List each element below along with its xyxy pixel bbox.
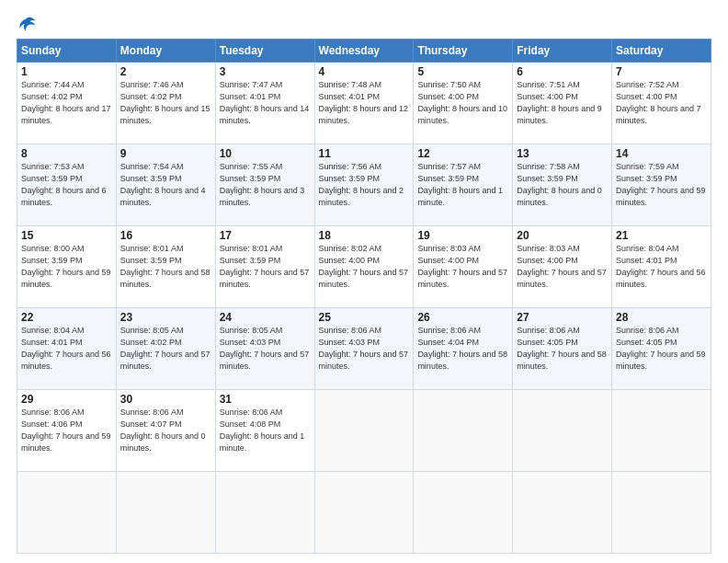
day-cell: 6Sunrise: 7:51 AMSunset: 4:00 PMDaylight… [513, 63, 612, 144]
calendar-row: 1Sunrise: 7:44 AMSunset: 4:02 PMDaylight… [17, 63, 711, 144]
day-cell: 18Sunrise: 8:02 AMSunset: 4:00 PMDayligh… [314, 226, 414, 308]
day-number: 26 [417, 311, 508, 324]
day-cell: 28Sunrise: 8:06 AMSunset: 4:05 PMDayligh… [612, 308, 711, 390]
empty-cell [314, 390, 414, 472]
day-info: Sunrise: 7:59 AMSunset: 3:59 PMDaylight:… [616, 162, 706, 207]
day-number: 7 [616, 65, 707, 78]
day-cell: 2Sunrise: 7:46 AMSunset: 4:02 PMDaylight… [116, 63, 215, 144]
day-cell: 8Sunrise: 7:53 AMSunset: 3:59 PMDaylight… [17, 144, 117, 226]
day-info: Sunrise: 7:53 AMSunset: 3:59 PMDaylight:… [21, 162, 107, 207]
day-number: 29 [21, 393, 112, 406]
day-number: 20 [517, 229, 608, 242]
day-info: Sunrise: 7:50 AMSunset: 4:00 PMDaylight:… [417, 80, 507, 125]
day-info: Sunrise: 7:57 AMSunset: 3:59 PMDaylight:… [417, 162, 503, 207]
day-info: Sunrise: 7:52 AMSunset: 4:00 PMDaylight:… [616, 80, 701, 125]
calendar-row: 8Sunrise: 7:53 AMSunset: 3:59 PMDaylight… [17, 144, 711, 226]
logo [17, 15, 37, 29]
day-cell: 27Sunrise: 8:06 AMSunset: 4:05 PMDayligh… [513, 308, 612, 390]
day-info: Sunrise: 8:06 AMSunset: 4:03 PMDaylight:… [319, 326, 409, 371]
day-cell: 1Sunrise: 7:44 AMSunset: 4:02 PMDaylight… [17, 63, 117, 144]
day-number: 21 [616, 229, 707, 242]
day-number: 12 [417, 147, 508, 160]
day-number: 25 [319, 311, 410, 324]
day-cell: 24Sunrise: 8:05 AMSunset: 4:03 PMDayligh… [215, 308, 314, 390]
day-of-week-header: Tuesday [215, 40, 314, 63]
empty-cell [414, 390, 513, 472]
day-of-week-header: Sunday [17, 40, 117, 63]
calendar-row: 29Sunrise: 8:06 AMSunset: 4:06 PMDayligh… [17, 390, 711, 472]
day-cell: 9Sunrise: 7:54 AMSunset: 3:59 PMDaylight… [116, 144, 215, 226]
day-number: 11 [319, 147, 410, 160]
day-number: 18 [319, 229, 410, 242]
day-info: Sunrise: 7:55 AMSunset: 3:59 PMDaylight:… [220, 162, 305, 207]
day-info: Sunrise: 7:56 AMSunset: 3:59 PMDaylight:… [319, 162, 404, 207]
day-info: Sunrise: 8:03 AMSunset: 4:00 PMDaylight:… [417, 244, 507, 289]
day-cell: 4Sunrise: 7:48 AMSunset: 4:01 PMDaylight… [314, 63, 414, 144]
empty-cell [414, 472, 513, 554]
calendar-page: SundayMondayTuesdayWednesdayThursdayFrid… [0, 0, 728, 563]
calendar-table: SundayMondayTuesdayWednesdayThursdayFrid… [17, 39, 711, 554]
day-info: Sunrise: 7:51 AMSunset: 4:00 PMDaylight:… [517, 80, 602, 125]
day-number: 16 [120, 229, 211, 242]
day-info: Sunrise: 8:02 AMSunset: 4:00 PMDaylight:… [319, 244, 409, 289]
day-cell: 16Sunrise: 8:01 AMSunset: 3:59 PMDayligh… [116, 226, 215, 308]
day-cell: 29Sunrise: 8:06 AMSunset: 4:06 PMDayligh… [17, 390, 117, 472]
day-number: 27 [517, 311, 608, 324]
day-number: 4 [319, 65, 410, 78]
day-info: Sunrise: 8:06 AMSunset: 4:04 PMDaylight:… [417, 326, 507, 371]
day-number: 30 [120, 393, 211, 406]
empty-cell [17, 472, 117, 554]
day-info: Sunrise: 7:48 AMSunset: 4:01 PMDaylight:… [319, 80, 409, 125]
day-cell: 30Sunrise: 8:06 AMSunset: 4:07 PMDayligh… [116, 390, 215, 472]
day-info: Sunrise: 8:06 AMSunset: 4:06 PMDaylight:… [21, 408, 111, 453]
day-info: Sunrise: 8:01 AMSunset: 3:59 PMDaylight:… [220, 244, 310, 289]
day-info: Sunrise: 8:06 AMSunset: 4:08 PMDaylight:… [220, 408, 305, 453]
day-info: Sunrise: 7:47 AMSunset: 4:01 PMDaylight:… [220, 80, 310, 125]
day-number: 8 [21, 147, 112, 160]
day-info: Sunrise: 8:06 AMSunset: 4:05 PMDaylight:… [616, 326, 706, 371]
calendar-row [17, 472, 711, 554]
day-number: 9 [120, 147, 211, 160]
day-of-week-header: Monday [116, 40, 215, 63]
logo-bird-icon [18, 15, 37, 33]
day-number: 14 [616, 147, 707, 160]
empty-cell [116, 472, 215, 554]
day-cell: 23Sunrise: 8:05 AMSunset: 4:02 PMDayligh… [116, 308, 215, 390]
day-of-week-header: Wednesday [314, 40, 414, 63]
day-number: 10 [220, 147, 311, 160]
day-number: 5 [417, 65, 508, 78]
day-of-week-header: Friday [513, 40, 612, 63]
day-of-week-header: Saturday [612, 40, 711, 63]
day-cell: 15Sunrise: 8:00 AMSunset: 3:59 PMDayligh… [17, 226, 117, 308]
calendar-row: 15Sunrise: 8:00 AMSunset: 3:59 PMDayligh… [17, 226, 711, 308]
day-number: 23 [120, 311, 211, 324]
days-header-row: SundayMondayTuesdayWednesdayThursdayFrid… [17, 40, 711, 63]
day-info: Sunrise: 8:05 AMSunset: 4:03 PMDaylight:… [220, 326, 310, 371]
day-number: 17 [220, 229, 311, 242]
empty-cell [513, 472, 612, 554]
calendar-row: 22Sunrise: 8:04 AMSunset: 4:01 PMDayligh… [17, 308, 711, 390]
day-number: 24 [220, 311, 311, 324]
header [17, 15, 711, 29]
day-cell: 7Sunrise: 7:52 AMSunset: 4:00 PMDaylight… [612, 63, 711, 144]
day-number: 3 [220, 65, 311, 78]
day-number: 2 [120, 65, 211, 78]
day-cell: 5Sunrise: 7:50 AMSunset: 4:00 PMDaylight… [414, 63, 513, 144]
empty-cell [314, 472, 414, 554]
day-number: 22 [21, 311, 112, 324]
day-cell: 14Sunrise: 7:59 AMSunset: 3:59 PMDayligh… [612, 144, 711, 226]
day-cell: 26Sunrise: 8:06 AMSunset: 4:04 PMDayligh… [414, 308, 513, 390]
day-of-week-header: Thursday [414, 40, 513, 63]
day-cell: 11Sunrise: 7:56 AMSunset: 3:59 PMDayligh… [314, 144, 414, 226]
day-cell: 21Sunrise: 8:04 AMSunset: 4:01 PMDayligh… [612, 226, 711, 308]
day-info: Sunrise: 8:05 AMSunset: 4:02 PMDaylight:… [120, 326, 210, 371]
empty-cell [215, 472, 314, 554]
day-cell: 3Sunrise: 7:47 AMSunset: 4:01 PMDaylight… [215, 63, 314, 144]
day-info: Sunrise: 8:03 AMSunset: 4:00 PMDaylight:… [517, 244, 607, 289]
day-number: 13 [517, 147, 608, 160]
day-cell: 10Sunrise: 7:55 AMSunset: 3:59 PMDayligh… [215, 144, 314, 226]
day-cell: 12Sunrise: 7:57 AMSunset: 3:59 PMDayligh… [414, 144, 513, 226]
day-info: Sunrise: 7:46 AMSunset: 4:02 PMDaylight:… [120, 80, 210, 125]
day-info: Sunrise: 8:01 AMSunset: 3:59 PMDaylight:… [120, 244, 210, 289]
day-cell: 31Sunrise: 8:06 AMSunset: 4:08 PMDayligh… [215, 390, 314, 472]
